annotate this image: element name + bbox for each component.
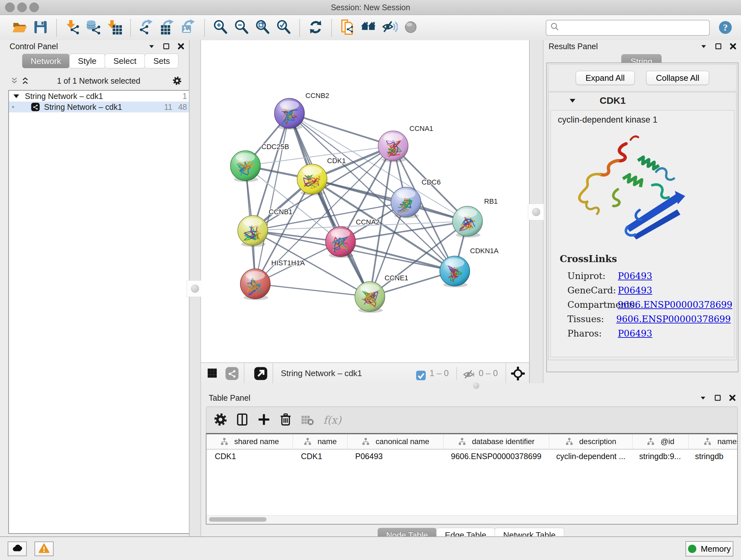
table-settings-icon[interactable]: [213, 413, 228, 427]
tab-style[interactable]: Style: [69, 54, 105, 68]
export-table-button[interactable]: [158, 19, 177, 37]
memory-status-dot: [688, 545, 696, 553]
node-section-header[interactable]: CDK1: [549, 92, 736, 109]
tab-select[interactable]: Select: [105, 54, 145, 68]
crosslink-row: Compartments:9606.ENSP00000378699: [567, 298, 731, 312]
node-CCNE1[interactable]: [355, 282, 385, 313]
level-of-detail-button[interactable]: [402, 19, 420, 37]
network-badge-icon[interactable]: [225, 366, 239, 381]
table-cell[interactable]: 9606.ENSP00000378699: [443, 452, 548, 461]
import-network-button[interactable]: [64, 19, 81, 37]
save-session-icon: [32, 19, 49, 36]
zoom-out-button[interactable]: [232, 19, 251, 37]
panel-close-icon[interactable]: [176, 42, 186, 51]
save-session-button[interactable]: [31, 19, 50, 37]
manage-columns-icon[interactable]: [235, 413, 250, 427]
home-button[interactable]: [360, 19, 378, 37]
section-expander-icon[interactable]: [568, 96, 577, 105]
right-splitter-handle[interactable]: [528, 204, 544, 220]
node-table[interactable]: shared namenamecanonical namedatabase id…: [206, 433, 738, 516]
zoom-selected-button[interactable]: [275, 19, 293, 37]
crosslink-link[interactable]: 9606.ENSP00000378699: [616, 314, 731, 324]
panel-close-icon[interactable]: [728, 393, 737, 402]
zoom-fit-button[interactable]: [254, 19, 272, 37]
network-row[interactable]: String Network – cdk1 11 48: [9, 102, 190, 112]
export-image-button[interactable]: [180, 19, 198, 37]
table-cell[interactable]: cyclin-dependent ...: [548, 452, 631, 461]
panel-close-icon[interactable]: [728, 42, 738, 51]
panel-float-icon[interactable]: [713, 393, 723, 402]
right-panel-splitter[interactable]: [529, 40, 543, 383]
grid-view-icon[interactable]: [205, 366, 220, 381]
panel-collapse-icon[interactable]: [698, 393, 708, 402]
column-header-description[interactable]: description: [549, 434, 632, 449]
column-header-namespace[interactable]: namespace: [689, 434, 738, 449]
column-type-icon: [647, 437, 658, 446]
table-cell[interactable]: stringdb: [687, 452, 738, 461]
table-cell[interactable]: CDK1: [206, 452, 293, 461]
graphics-details-button[interactable]: [381, 19, 399, 37]
column-header-databaseidentifier[interactable]: database identifier: [444, 434, 549, 449]
panel-collapse-icon[interactable]: [147, 42, 156, 51]
table-row[interactable]: CDK1CDK1P064939606.ENSP00000378699cyclin…: [206, 449, 737, 463]
h-splitter-handle[interactable]: [469, 379, 483, 393]
table-panel-splitter[interactable]: [201, 383, 741, 391]
panel-float-icon[interactable]: [714, 42, 723, 51]
delete-column-icon[interactable]: [279, 413, 293, 427]
selected-nodes-checkbox[interactable]: [415, 368, 426, 379]
import-database-button[interactable]: [84, 19, 103, 37]
network-options-gear-icon[interactable]: [172, 76, 182, 85]
copy-document-button[interactable]: [339, 19, 356, 37]
node-CDKN1A[interactable]: [440, 256, 470, 287]
birds-eye-view-icon[interactable]: [253, 366, 268, 381]
network-collection-row[interactable]: String Network – cdk1 1: [9, 91, 190, 102]
column-type-icon: [220, 437, 231, 446]
column-header-sharedname[interactable]: shared name: [206, 434, 293, 449]
crosslink-link[interactable]: P06493: [618, 285, 652, 296]
panel-float-icon[interactable]: [161, 42, 171, 51]
help-button[interactable]: ?: [718, 20, 733, 35]
tab-sets[interactable]: Sets: [145, 54, 179, 68]
crosslink-link[interactable]: P06493: [618, 271, 652, 281]
collapse-all-button[interactable]: Collapse All: [646, 71, 710, 85]
cloud-status-button[interactable]: [8, 542, 27, 556]
table-cell[interactable]: stringdb:9...: [631, 452, 687, 461]
network-canvas[interactable]: CCNB2CCNA1CDC25BCDK1CDC6RB1CCNB1CCNA2CDK…: [201, 40, 529, 362]
tab-network[interactable]: Network: [22, 54, 70, 68]
node-CDK1[interactable]: [297, 164, 327, 195]
scrollbar-thumb[interactable]: [209, 517, 266, 522]
panel-collapse-icon[interactable]: [699, 42, 709, 51]
node-CDC25B[interactable]: [230, 151, 260, 182]
memory-button[interactable]: Memory: [685, 541, 733, 557]
toolbar-buttons: [0, 19, 421, 37]
open-session-button[interactable]: [10, 19, 28, 37]
search-input[interactable]: [560, 21, 706, 35]
column-label: shared name: [234, 437, 279, 446]
table-cell[interactable]: CDK1: [293, 452, 347, 461]
column-header-id[interactable]: @id: [632, 434, 689, 449]
delete-table-icon: [300, 413, 315, 427]
export-network-button[interactable]: [138, 19, 155, 37]
collapse-all-icon[interactable]: [10, 76, 19, 85]
zoom-in-button[interactable]: [212, 19, 229, 37]
fit-selected-icon[interactable]: [511, 366, 525, 381]
node-HIST1H1A[interactable]: [240, 269, 270, 300]
expand-all-icon[interactable]: [20, 76, 30, 85]
column-header-name[interactable]: name: [293, 434, 347, 449]
search-box[interactable]: [546, 20, 710, 36]
collection-expander-icon[interactable]: [11, 91, 21, 101]
crosslink-link[interactable]: 9606.ENSP00000378699: [618, 300, 732, 310]
left-panel-splitter[interactable]: [189, 40, 201, 537]
node-RB1[interactable]: [453, 206, 482, 238]
refresh-view-button[interactable]: [307, 19, 325, 37]
crosslink-link[interactable]: P06493: [618, 328, 652, 339]
table-horizontal-scrollbar[interactable]: [206, 515, 738, 524]
export-network-icon: [138, 19, 154, 36]
table-cell[interactable]: P06493: [347, 452, 443, 461]
column-header-canonicalname[interactable]: canonical name: [347, 434, 444, 449]
hidden-nodes-icon[interactable]: [463, 367, 475, 380]
warnings-button[interactable]: [35, 542, 54, 556]
import-table-button[interactable]: [106, 19, 124, 37]
expand-all-button[interactable]: Expand All: [576, 71, 635, 85]
add-column-icon[interactable]: [257, 413, 272, 427]
